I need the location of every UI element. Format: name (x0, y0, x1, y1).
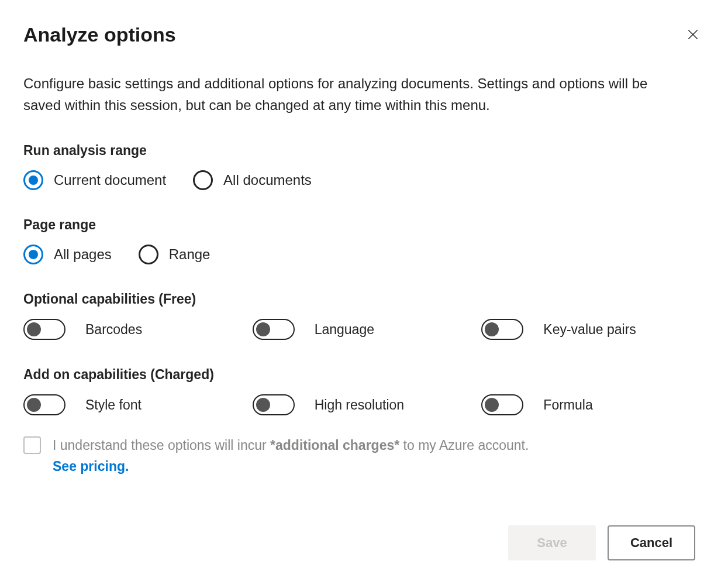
section-page-range: Page range All pages Range (23, 217, 705, 264)
link-see-pricing[interactable]: See pricing. (53, 459, 129, 474)
section-label-optional: Optional capabilities (Free) (23, 291, 705, 307)
disclaimer-text: I understand these options will incur *a… (53, 435, 529, 477)
radio-icon (193, 170, 213, 190)
radio-label: All documents (223, 172, 312, 188)
toggle-label: Key-value pairs (543, 322, 636, 338)
toggle-high-resolution[interactable] (253, 394, 295, 415)
radio-all-pages[interactable]: All pages (23, 245, 112, 264)
toggle-thumb-icon (485, 398, 499, 412)
close-icon (686, 28, 699, 43)
radio-icon (23, 170, 43, 190)
section-label-addon: Add on capabilities (Charged) (23, 367, 705, 383)
cancel-button[interactable]: Cancel (608, 525, 695, 560)
toggle-barcodes[interactable] (23, 319, 65, 340)
radio-icon (23, 245, 43, 264)
radio-label: Current document (54, 172, 166, 188)
save-button[interactable]: Save (508, 525, 596, 560)
radio-current-document[interactable]: Current document (23, 170, 166, 190)
dialog-description: Configure basic settings and additional … (23, 73, 667, 116)
section-label-page-range: Page range (23, 217, 705, 233)
toggle-formula[interactable] (481, 394, 523, 415)
toggle-label: Style font (85, 397, 142, 413)
toggle-key-value-pairs[interactable] (481, 319, 523, 340)
disclaimer-suffix: to my Azure account. (399, 438, 529, 453)
radio-label: Range (169, 246, 211, 263)
radio-label: All pages (54, 246, 112, 263)
toggle-thumb-icon (27, 322, 41, 336)
radio-icon (139, 245, 158, 264)
section-optional-capabilities: Optional capabilities (Free) Barcodes La… (23, 291, 705, 340)
radio-all-documents[interactable]: All documents (193, 170, 312, 190)
close-button[interactable] (681, 23, 705, 47)
section-run-analysis-range: Run analysis range Current document All … (23, 143, 705, 190)
toggle-thumb-icon (485, 322, 499, 336)
toggle-thumb-icon (256, 398, 270, 412)
toggle-label: Barcodes (85, 322, 142, 338)
section-label-run-range: Run analysis range (23, 143, 705, 159)
radio-range[interactable]: Range (139, 245, 211, 264)
dialog-title: Analyze options (23, 23, 176, 46)
dialog-footer: Save Cancel (508, 525, 695, 560)
toggle-label: Formula (543, 397, 592, 413)
toggle-label: Language (315, 322, 374, 338)
checkbox-charges-acknowledgement[interactable] (23, 436, 41, 454)
toggle-label: High resolution (315, 397, 404, 413)
toggle-style-font[interactable] (23, 394, 65, 415)
disclaimer-bold: *additional charges* (270, 438, 399, 453)
toggle-thumb-icon (27, 398, 41, 412)
section-addon-capabilities: Add on capabilities (Charged) Style font… (23, 367, 705, 477)
disclaimer-prefix: I understand these options will incur (53, 438, 270, 453)
toggle-language[interactable] (253, 319, 295, 340)
toggle-thumb-icon (256, 322, 270, 336)
